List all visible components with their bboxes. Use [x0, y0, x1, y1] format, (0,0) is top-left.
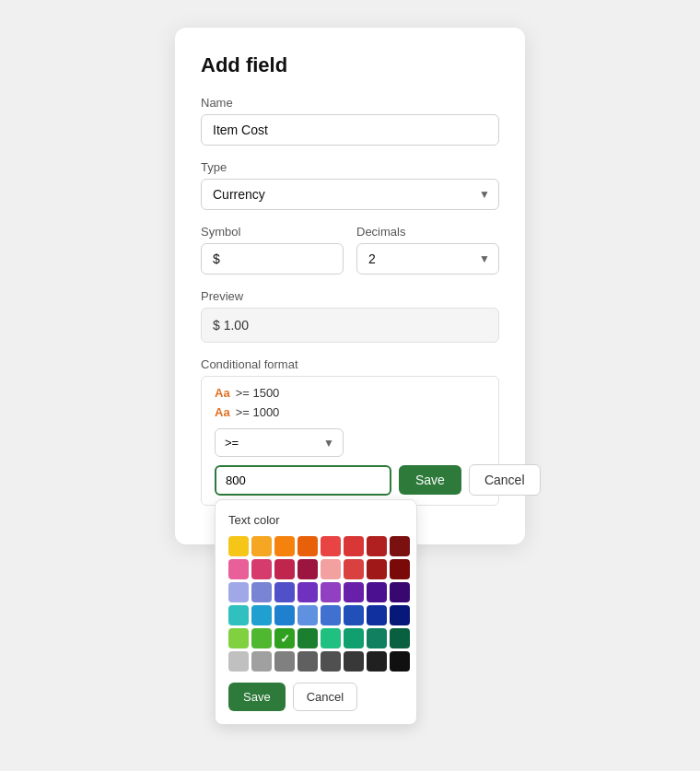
color-swatch[interactable] — [298, 559, 318, 579]
color-swatch[interactable] — [390, 536, 410, 556]
color-swatch[interactable] — [251, 628, 272, 648]
color-swatch[interactable] — [251, 559, 272, 579]
preview-field-group: Preview $ 1.00 — [201, 289, 499, 343]
color-swatch[interactable] — [344, 651, 364, 672]
color-swatch[interactable] — [344, 605, 364, 625]
color-swatch[interactable] — [298, 651, 318, 672]
decimals-field-group: Decimals 0 1 2 3 4 ▼ — [356, 225, 499, 275]
color-swatch[interactable] — [274, 582, 295, 602]
name-label: Name — [201, 96, 499, 110]
color-swatch[interactable] — [321, 559, 341, 579]
color-swatch[interactable] — [251, 582, 272, 602]
color-swatch[interactable] — [321, 605, 341, 625]
color-swatch[interactable] — [251, 605, 272, 625]
color-swatch[interactable] — [367, 651, 387, 672]
color-swatch[interactable] — [274, 559, 295, 579]
color-swatch[interactable] — [228, 559, 249, 579]
conditional-format-box: Aa >= 1500 Aa >= 1000 >= > <= < = — [201, 376, 499, 506]
color-swatch[interactable] — [390, 605, 410, 625]
cf-condition-0: >= 1500 — [236, 386, 280, 400]
type-select[interactable]: Currency Number Text Date — [201, 179, 499, 210]
add-field-dialog: Add field Name Type Currency Number Text… — [175, 28, 525, 544]
symbol-input[interactable] — [201, 243, 344, 275]
color-swatch[interactable] — [344, 559, 364, 579]
color-swatch[interactable] — [344, 628, 364, 648]
symbol-label: Symbol — [201, 225, 344, 239]
cf-condition-1: >= 1000 — [236, 405, 280, 419]
type-field-group: Type Currency Number Text Date ▼ — [201, 160, 499, 210]
color-swatch[interactable] — [367, 605, 387, 625]
color-swatch[interactable] — [390, 582, 410, 602]
cf-value-input[interactable] — [215, 465, 391, 496]
color-picker-save-button[interactable]: Save — [228, 683, 286, 711]
color-swatch[interactable] — [274, 605, 295, 625]
color-picker-cancel-button[interactable]: Cancel — [293, 683, 357, 711]
color-swatch[interactable] — [367, 559, 387, 579]
cf-inline-cancel-button[interactable]: Cancel — [469, 464, 541, 496]
cf-operator-select[interactable]: >= > <= < = != — [215, 428, 344, 457]
color-swatch[interactable] — [321, 536, 341, 556]
color-swatch[interactable] — [321, 582, 341, 602]
color-swatch[interactable] — [321, 651, 341, 672]
color-swatch[interactable] — [367, 536, 387, 556]
color-swatch[interactable] — [344, 536, 364, 556]
color-swatch[interactable] — [251, 536, 272, 556]
conditional-format-section: Conditional format Aa >= 1500 Aa >= 1000… — [201, 357, 499, 506]
cf-row-1: Aa >= 1000 — [215, 405, 485, 419]
color-swatch[interactable] — [298, 536, 318, 556]
symbol-decimals-row: Symbol Decimals 0 1 2 3 4 ▼ — [201, 225, 499, 289]
decimals-select[interactable]: 0 1 2 3 4 — [356, 243, 499, 275]
color-swatch[interactable] — [274, 651, 295, 672]
color-swatch[interactable] — [321, 628, 341, 648]
decimals-select-wrapper: 0 1 2 3 4 ▼ — [356, 243, 499, 275]
color-picker-footer: Save Cancel — [228, 683, 403, 711]
color-swatch[interactable] — [298, 605, 318, 625]
color-swatch[interactable] — [228, 651, 249, 672]
dialog-title: Add field — [201, 53, 499, 77]
color-grid — [228, 536, 403, 672]
type-label: Type — [201, 160, 499, 174]
color-swatch[interactable] — [228, 605, 249, 625]
symbol-field-group: Symbol — [201, 225, 344, 275]
color-swatch[interactable] — [298, 628, 318, 648]
color-swatch[interactable] — [228, 582, 249, 602]
preview-label: Preview — [201, 289, 499, 303]
name-field-group: Name — [201, 96, 499, 146]
conditional-format-label: Conditional format — [201, 357, 499, 371]
preview-value: $ 1.00 — [201, 308, 499, 343]
color-swatch[interactable] — [390, 651, 410, 672]
color-swatch[interactable] — [367, 628, 387, 648]
color-swatch[interactable] — [367, 582, 387, 602]
color-swatch[interactable] — [298, 582, 318, 602]
color-swatch[interactable] — [274, 536, 295, 556]
cf-aa-1: Aa — [215, 405, 230, 419]
color-swatch[interactable] — [251, 651, 272, 672]
cf-operator-select-wrapper: >= > <= < = != ▼ — [215, 428, 344, 457]
color-swatch[interactable] — [390, 559, 410, 579]
cf-inline-save-button[interactable]: Save — [399, 465, 461, 495]
color-picker-dropdown: Text color Save Cancel — [215, 499, 417, 725]
color-swatch[interactable] — [390, 628, 410, 648]
color-swatch[interactable] — [274, 628, 295, 648]
color-picker-label: Text color — [228, 513, 403, 527]
name-input[interactable] — [201, 114, 499, 146]
type-select-wrapper: Currency Number Text Date ▼ — [201, 179, 499, 210]
color-swatch[interactable] — [228, 536, 249, 556]
color-swatch[interactable] — [228, 628, 249, 648]
color-swatch[interactable] — [344, 582, 364, 602]
decimals-label: Decimals — [356, 225, 499, 239]
cf-bottom-area: >= > <= < = != ▼ Save Cancel — [215, 428, 485, 496]
cf-aa-0: Aa — [215, 386, 230, 400]
cf-operator-row: >= > <= < = != ▼ — [215, 428, 485, 457]
cf-row-0: Aa >= 1500 — [215, 386, 485, 400]
